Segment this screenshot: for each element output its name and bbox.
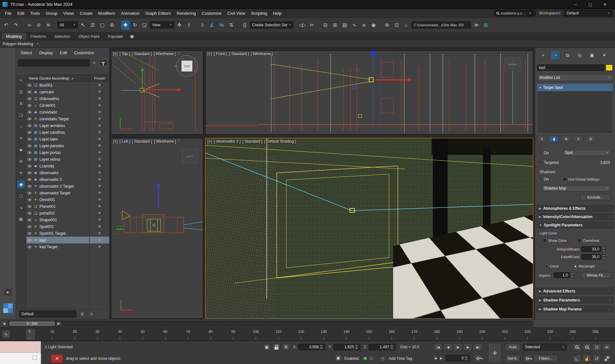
- rendered-frame-window-icon[interactable]: ⊡: [392, 20, 401, 30]
- explorer-search-input[interactable]: [18, 59, 89, 66]
- filter-cameras-icon[interactable]: ◆: [17, 146, 25, 154]
- select-object-icon[interactable]: ↖: [79, 20, 88, 30]
- explorer-row-lcamobj[interactable]: ◆Lcamobj✻: [26, 163, 109, 169]
- hotspot-field[interactable]: 33,0: [581, 246, 601, 252]
- visibility-eye-icon[interactable]: [26, 219, 33, 221]
- motion-tab-icon[interactable]: ◎: [576, 51, 584, 59]
- visibility-eye-icon[interactable]: [26, 91, 33, 93]
- explorer-row-layer-paredes[interactable]: ▤Layer:paredes✻: [26, 142, 109, 149]
- frozen-toggle-icon[interactable]: ✻: [89, 164, 109, 168]
- time-slider-track[interactable]: 0 / 250 ▶: [8, 321, 532, 326]
- select-by-name-icon[interactable]: ☰: [88, 20, 97, 30]
- display-visibility-icon[interactable]: ◉: [17, 181, 25, 188]
- ribbon-tab-freeform[interactable]: Freeform: [27, 33, 50, 40]
- minimize-button[interactable]: ─: [568, 0, 583, 9]
- global-search-box[interactable]: madalena g s ... ▼: [493, 10, 536, 16]
- stack-item-target-spot[interactable]: ● Target Spot: [537, 84, 613, 91]
- menu-item-customize[interactable]: Customize: [199, 9, 224, 17]
- frozen-toggle-icon[interactable]: ✻: [89, 204, 109, 208]
- rectangular-selection-region-icon[interactable]: ▢: [98, 20, 107, 30]
- set-keys-button[interactable]: +: [488, 343, 501, 363]
- display-tab-icon[interactable]: ▣: [588, 51, 596, 59]
- redo-icon[interactable]: ↷: [11, 20, 20, 30]
- key-filters-icon[interactable]: [523, 355, 531, 362]
- visibility-eye-icon[interactable]: [26, 239, 33, 241]
- menu-item-edit[interactable]: Edit: [14, 9, 27, 17]
- remove-modifier-icon[interactable]: ✕: [574, 136, 583, 142]
- time-forward-arrow[interactable]: ▶: [56, 321, 61, 326]
- pin-stack-icon[interactable]: ↧: [537, 136, 547, 142]
- falloff-field[interactable]: 35,0: [581, 254, 601, 260]
- time-back-arrow[interactable]: ◀: [1, 321, 7, 326]
- y-spinner[interactable]: ▲▼: [355, 344, 358, 350]
- frozen-toggle-icon[interactable]: ✻: [89, 177, 109, 182]
- key-filter-dropdown[interactable]: Selected▼: [523, 343, 567, 351]
- create-selection-set-field[interactable]: Create Selection Set▼: [250, 21, 293, 29]
- viewport-menu-plus[interactable]: [+]: [207, 139, 212, 144]
- falloff-spinner[interactable]: ▲▼: [602, 254, 606, 260]
- explorer-row-shape001[interactable]: ○Shape001✻: [26, 216, 109, 223]
- isolate-selection-icon[interactable]: ▣: [263, 343, 271, 351]
- frozen-toggle-icon[interactable]: ✻: [89, 144, 109, 148]
- pick-object-icon[interactable]: ↖: [17, 77, 25, 84]
- active-layer-field[interactable]: Default: [19, 310, 76, 317]
- explorer-row-kad-target[interactable]: ✛kad.Target✻: [26, 243, 109, 250]
- info-icon[interactable]: ⓘ: [369, 353, 373, 364]
- visibility-eye-icon[interactable]: [26, 97, 33, 100]
- visibility-eye-icon[interactable]: [26, 212, 33, 215]
- viewport-menu-shading[interactable]: [ Wireframe ]: [154, 139, 176, 144]
- frozen-column-header[interactable]: Frozen: [89, 76, 109, 80]
- show-end-result-icon[interactable]: ▮: [549, 136, 559, 142]
- visibility-eye-icon[interactable]: [26, 158, 33, 161]
- viewport-filter-icon[interactable]: ▽: [178, 139, 181, 144]
- absolute-mode-icon[interactable]: ⊞: [282, 343, 290, 351]
- explorer-row-plane001[interactable]: ❑Plane001✻: [26, 203, 109, 210]
- explorer-filter-icon[interactable]: [99, 59, 107, 66]
- viewport-menu-plus[interactable]: [+]: [113, 52, 118, 56]
- select-and-move-icon[interactable]: ✚: [121, 20, 130, 30]
- explorer-row-layer-lajes[interactable]: ▤Layer:lajes✻: [26, 136, 109, 142]
- visibility-eye-icon[interactable]: [26, 131, 33, 134]
- light-type-dropdown[interactable]: Spot ▼: [563, 149, 611, 156]
- create-tab-icon[interactable]: +: [539, 51, 547, 59]
- viewport-front[interactable]: FRONT [+] [ Front ] [ Standard ] [ Wiref…: [205, 50, 533, 135]
- targeted-checkbox[interactable]: [538, 161, 542, 165]
- go-to-start-button[interactable]: |◀: [434, 343, 442, 351]
- explorer-row-convidado-target[interactable]: ✛convidado.Target✻: [26, 115, 109, 122]
- y-coordinate-field[interactable]: 1,625▲▼: [333, 344, 360, 350]
- explorer-row-spot001-target[interactable]: ✛Spot001.Target✻: [26, 230, 109, 237]
- frozen-toggle-icon[interactable]: ✻: [89, 238, 109, 242]
- filter-helpers-icon[interactable]: ⊞: [17, 157, 25, 165]
- mini-curve-editor-icon[interactable]: ∿: [2, 330, 10, 338]
- menu-item-tools[interactable]: Tools: [27, 9, 43, 17]
- explorer-row-observador-target[interactable]: ✛observador.Target✻: [26, 190, 109, 196]
- time-slider-handle[interactable]: 0 / 250: [9, 321, 55, 326]
- visibility-eye-icon[interactable]: [26, 185, 33, 188]
- set-key-button[interactable]: Set K.: [505, 355, 520, 362]
- auto-key-button[interactable]: Auto: [505, 343, 520, 351]
- visibility-eye-icon[interactable]: [26, 138, 33, 140]
- frozen-toggle-icon[interactable]: ✻: [89, 198, 109, 202]
- menu-item-rendering[interactable]: Rendering: [174, 9, 199, 17]
- clear-search-icon[interactable]: ✕: [91, 60, 97, 66]
- visibility-eye-icon[interactable]: [26, 104, 33, 107]
- use-global-checkbox[interactable]: [563, 177, 567, 181]
- rectangle-radio[interactable]: [574, 265, 577, 268]
- visibility-eye-icon[interactable]: [26, 124, 33, 127]
- frozen-toggle-icon[interactable]: ✻: [89, 218, 109, 222]
- selection-filter-dropdown[interactable]: All▼: [57, 21, 78, 29]
- angle-snap-icon[interactable]: ∠: [207, 20, 216, 30]
- hotspot-spinner[interactable]: ▲▼: [602, 246, 606, 252]
- name-column-header[interactable]: Name (Sorted Ascending) ▲: [26, 76, 89, 80]
- shadow-type-dropdown[interactable]: Shadow Map ▼: [542, 185, 611, 191]
- display-hierarchy-icon[interactable]: ☰: [17, 88, 25, 96]
- frozen-toggle-icon[interactable]: ✻: [89, 137, 109, 141]
- explorer-menu-display[interactable]: Display: [36, 49, 56, 56]
- explorer-row-layer-caixilhos[interactable]: ▤Layer:caixilhos✻: [26, 129, 109, 136]
- viewport-menu-standard[interactable]: [ Standard ]: [229, 52, 249, 56]
- zoom-extents-icon[interactable]: ⊡: [593, 343, 601, 351]
- frame-spinner[interactable]: ▲▼: [464, 356, 468, 361]
- ribbon-config-icon[interactable]: ◉: [128, 33, 137, 40]
- explorer-row-observador-2[interactable]: ◆observador 2✻: [26, 176, 109, 183]
- frozen-toggle-icon[interactable]: ✻: [89, 191, 109, 195]
